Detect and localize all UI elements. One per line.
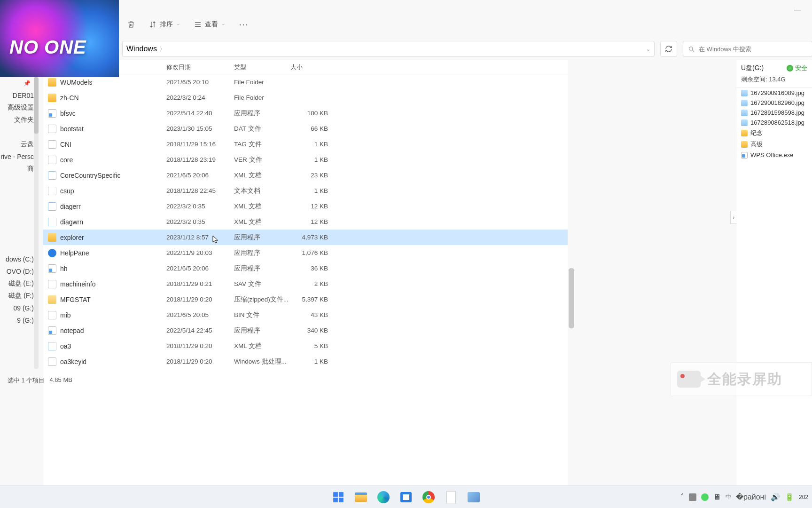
folder-icon	[741, 141, 748, 148]
nav-item[interactable]: DER01	[0, 89, 37, 102]
file-name: oa3	[60, 342, 71, 350]
panel-item-label: 1672891598598.jpg	[750, 109, 804, 116]
panel-item[interactable]: 1672891598598.jpg	[736, 108, 812, 118]
tray-expand-icon[interactable]: ˄	[680, 492, 684, 501]
file-date: 2018/11/29 0:21	[166, 280, 234, 287]
nav-item[interactable]: 商	[0, 163, 37, 175]
tray-ime-icon[interactable]: 中	[726, 493, 731, 501]
panel-item[interactable]: 1672900916089.jpg	[736, 88, 812, 98]
col-date[interactable]: 修改日期	[166, 63, 234, 71]
nav-scrollbar[interactable]	[34, 77, 39, 369]
file-row[interactable]: explorer2023/1/12 8:57应用程序4,973 KB	[43, 230, 568, 245]
nav-item-drive-g2[interactable]: 9 (G:)	[0, 314, 37, 326]
exe-icon	[48, 264, 56, 273]
file-row[interactable]: HelpPane2022/11/9 20:03应用程序1,076 KB	[43, 245, 568, 261]
panel-item-label: 高级	[750, 140, 763, 149]
file-row[interactable]: core2018/11/28 23:19VER 文件1 KB	[43, 152, 568, 167]
file-name: machineinfo	[60, 280, 96, 288]
nav-item-drive-c[interactable]: dows (C:)	[0, 253, 37, 265]
search-box[interactable]	[683, 41, 812, 57]
breadcrumb-segment[interactable]: Windows	[126, 45, 157, 53]
chrome-app-icon[interactable]	[419, 488, 438, 507]
tray-wifi-icon[interactable]: �районі	[736, 492, 766, 501]
more-button[interactable]: ⋯	[239, 19, 249, 30]
nav-item[interactable]: 高级设置	[0, 102, 37, 114]
svg-point-0	[689, 47, 693, 50]
notepad-app-icon[interactable]	[442, 488, 461, 507]
file-row[interactable]: bfsvc2022/5/14 22:40应用程序100 KB	[43, 105, 568, 121]
file-name: zh-CN	[60, 94, 79, 102]
panel-title: U盘(G:)	[741, 64, 764, 72]
trash-icon	[127, 20, 135, 29]
delete-button[interactable]	[127, 20, 135, 29]
nav-item-drive-g[interactable]: 09 (G:)	[0, 302, 37, 314]
tray-clock[interactable]: 202	[799, 494, 809, 500]
file-row[interactable]: diagerr2022/3/2 0:35XML 文档12 KB	[43, 198, 568, 214]
file-row[interactable]: CoreCountrySpecific2021/6/5 20:06XML 文档2…	[43, 167, 568, 183]
file-type: 应用程序	[234, 109, 290, 118]
file-size: 5,397 KB	[290, 296, 328, 303]
chevron-down-icon[interactable]: ⌄	[646, 46, 650, 52]
file-row[interactable]: WUModels2021/6/5 20:10File Folder	[43, 74, 568, 90]
shield-icon	[787, 65, 793, 71]
file-row[interactable]: csup2018/11/28 22:45文本文档1 KB	[43, 183, 568, 198]
file-type: BIN 文件	[234, 311, 290, 319]
file-size: 5 KB	[290, 342, 328, 349]
file-row[interactable]: bootstat2023/1/30 15:05DAT 文件66 KB	[43, 121, 568, 136]
panel-item[interactable]: 纪念	[736, 127, 812, 139]
nav-item-drive-f[interactable]: 磁盘 (F:)	[0, 290, 37, 302]
nav-item[interactable]: 云盘	[0, 138, 37, 151]
edge-app-icon[interactable]	[374, 488, 393, 507]
file-icon	[48, 140, 56, 149]
panel-item[interactable]: 1672890862518.jpg	[736, 118, 812, 127]
tray-pc-icon[interactable]: 🖥	[713, 493, 721, 501]
panel-item[interactable]: WPS Office.exe	[736, 150, 812, 160]
txt-icon	[48, 187, 56, 195]
panel-item[interactable]: 高级	[736, 139, 812, 150]
search-input[interactable]	[699, 46, 807, 53]
file-row[interactable]: hh2021/6/5 20:06应用程序36 KB	[43, 261, 568, 276]
navigation-pane[interactable]: DER01 高级设置 文件夹 云盘 rive - Persc 商 dows (C…	[0, 80, 37, 491]
panel-collapse-button[interactable]: ›	[730, 211, 736, 224]
start-button[interactable]	[329, 488, 348, 507]
refresh-button[interactable]	[660, 41, 677, 57]
file-row[interactable]: notepad2022/5/14 22:45应用程序340 KB	[43, 323, 568, 338]
sort-button[interactable]: 排序	[148, 20, 180, 29]
scrollbar-thumb[interactable]	[34, 77, 39, 134]
file-scrollbar[interactable]	[569, 60, 574, 369]
col-size[interactable]: 大小	[290, 63, 328, 71]
svg-rect-3	[333, 498, 338, 502]
file-row[interactable]: oa3keyid2018/11/29 0:20Windows 批处理...1 K…	[43, 354, 568, 369]
file-row[interactable]: CNI2018/11/29 15:16TAG 文件1 KB	[43, 136, 568, 152]
file-name: CNI	[60, 141, 71, 148]
file-row[interactable]: mib2021/6/5 20:05BIN 文件43 KB	[43, 307, 568, 323]
breadcrumb-bar[interactable]: Windows 〉 ⌄	[122, 41, 655, 57]
scrollbar-thumb[interactable]	[569, 268, 574, 328]
explorer-app-icon[interactable]	[351, 488, 370, 507]
file-row[interactable]: MFGSTAT2018/11/29 0:20压缩(zipped)文件...5,3…	[43, 292, 568, 307]
tray-volume-icon[interactable]: 🔊	[771, 492, 780, 501]
file-row[interactable]: oa32018/11/29 0:20XML 文档5 KB	[43, 338, 568, 354]
file-icon	[48, 280, 56, 288]
file-type: File Folder	[234, 79, 290, 86]
file-row[interactable]: machineinfo2018/11/29 0:21SAV 文件2 KB	[43, 276, 568, 292]
panel-item[interactable]: 1672900182960.jpg	[736, 98, 812, 108]
nav-item[interactable]: rive - Persc	[0, 151, 37, 163]
file-row[interactable]: diagwrn2022/3/2 0:35XML 文档12 KB	[43, 214, 568, 230]
store-app-icon[interactable]	[397, 488, 415, 507]
tray-app-icon[interactable]	[689, 493, 696, 501]
nav-item-drive-d[interactable]: OVO (D:)	[0, 265, 37, 278]
file-date: 2022/3/2 0:35	[166, 218, 234, 225]
tray-battery-icon[interactable]: 🔋	[785, 492, 794, 501]
xml-icon	[48, 342, 56, 350]
photos-app-icon[interactable]	[464, 488, 483, 507]
tray-wechat-icon[interactable]	[701, 493, 709, 501]
view-button[interactable]: 查看	[194, 20, 226, 29]
col-type[interactable]: 类型	[234, 63, 290, 71]
file-row[interactable]: zh-CN2022/3/2 0:24File Folder	[43, 90, 568, 105]
folder-icon	[741, 130, 748, 136]
nav-item-drive-e[interactable]: 磁盘 (E:)	[0, 278, 37, 290]
file-icon	[48, 357, 56, 366]
file-date: 2021/6/5 20:05	[166, 311, 234, 318]
nav-item[interactable]: 文件夹	[0, 114, 37, 126]
